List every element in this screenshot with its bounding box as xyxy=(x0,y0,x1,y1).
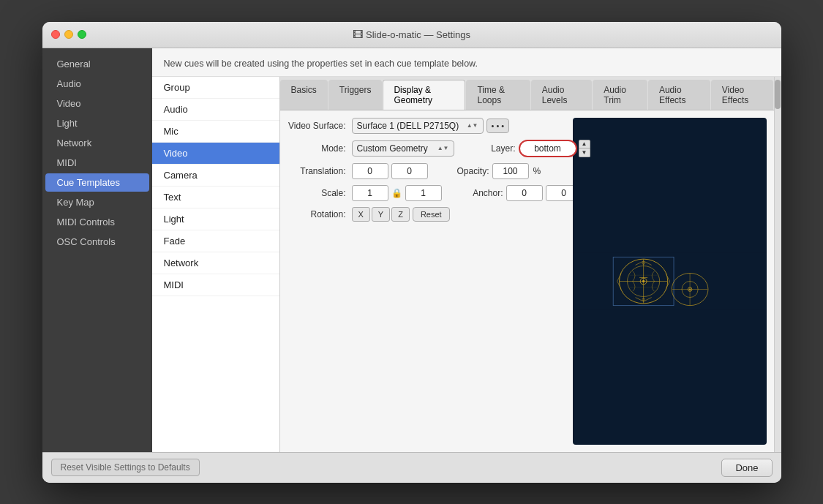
tab-basics[interactable]: Basics xyxy=(280,80,328,110)
mode-select[interactable]: Custom Geometry ▲▼ xyxy=(352,140,454,157)
cue-item-fade[interactable]: Fade xyxy=(152,230,279,252)
cue-list-area: Group Audio Mic Video Camera Text Light … xyxy=(152,77,781,452)
layer-stepper-up[interactable]: ▲ xyxy=(579,140,590,148)
layer-label: Layer: xyxy=(457,143,516,154)
main-content: New cues will be created using the prope… xyxy=(152,48,781,452)
opacity-label: Opacity: xyxy=(431,166,489,176)
window-body: General Audio Video Light Network MIDI C… xyxy=(42,48,781,452)
rotation-x-btn[interactable]: X xyxy=(352,207,370,222)
mode-value: Custom Geometry xyxy=(357,143,428,154)
description-text: New cues will be created using the prope… xyxy=(152,48,781,77)
maximize-button[interactable] xyxy=(78,30,86,39)
video-surface-select[interactable]: Surface 1 (DELL P2715Q) ▲▼ xyxy=(352,118,484,134)
done-btn[interactable]: Done xyxy=(721,459,772,477)
tab-display-geometry[interactable]: Display & Geometry xyxy=(383,80,465,110)
cue-list: Group Audio Mic Video Camera Text Light … xyxy=(152,77,280,452)
cue-item-light[interactable]: Light xyxy=(152,208,279,230)
sidebar-item-audio[interactable]: Audio xyxy=(45,75,149,93)
window-title: 🎞 Slide-o-matic — Settings xyxy=(353,29,470,40)
cue-item-group[interactable]: Group xyxy=(152,77,279,99)
anchor-label: Anchor: xyxy=(445,188,503,198)
settings-window: 🎞 Slide-o-matic — Settings General Audio… xyxy=(42,22,781,483)
rotation-label: Rotation: xyxy=(288,209,346,219)
titlebar: 🎞 Slide-o-matic — Settings xyxy=(42,22,781,48)
traffic-lights xyxy=(51,30,86,39)
sidebar-item-key-map[interactable]: Key Map xyxy=(45,193,149,211)
video-surface-control: Surface 1 (DELL P2715Q) ▲▼ • • • xyxy=(352,118,510,134)
rotation-row: Rotation: X Y Z Reset xyxy=(288,207,565,222)
preview-svg xyxy=(573,118,767,445)
scale-label: Scale: xyxy=(288,188,346,198)
sidebar-item-general[interactable]: General xyxy=(45,55,149,73)
svg-point-7 xyxy=(642,279,644,282)
title-icon: 🎞 xyxy=(353,29,363,40)
scale-row: Scale: 🔒 Anchor: xyxy=(288,185,565,201)
rotation-control: X Y Z Reset xyxy=(352,207,450,222)
sidebar-item-osc-controls[interactable]: OSC Controls xyxy=(45,233,149,251)
sidebar-item-cue-templates[interactable]: Cue Templates xyxy=(45,173,149,192)
tab-video-effects[interactable]: Video Effects xyxy=(711,80,773,110)
lock-icon: 🔒 xyxy=(391,188,402,198)
sidebar-item-midi-controls[interactable]: MIDI Controls xyxy=(45,213,149,231)
cue-item-video[interactable]: Video xyxy=(152,143,279,165)
translation-label: Translation: xyxy=(288,166,346,176)
close-button[interactable] xyxy=(51,30,60,39)
mode-row: Mode: Custom Geometry ▲▼ Layer: xyxy=(288,140,565,157)
opacity-unit: % xyxy=(533,166,541,176)
tab-triggers[interactable]: Triggers xyxy=(328,80,383,110)
cue-item-audio[interactable]: Audio xyxy=(152,99,279,121)
sidebar-item-midi[interactable]: MIDI xyxy=(45,154,149,172)
scale-x-input[interactable] xyxy=(352,185,388,201)
mode-arrows: ▲▼ xyxy=(437,146,449,151)
tab-audio-levels[interactable]: Audio Levels xyxy=(531,80,593,110)
opacity-input[interactable] xyxy=(492,163,529,179)
translation-y-input[interactable] xyxy=(391,163,428,179)
rotation-btn-group: X Y Z xyxy=(352,207,410,222)
sidebar: General Audio Video Light Network MIDI C… xyxy=(42,48,152,452)
layer-input[interactable] xyxy=(519,140,577,157)
bottom-bar: Reset Visible Settings to Defaults Done xyxy=(42,452,781,483)
cue-detail: Basics Triggers Display & Geometry Time … xyxy=(280,77,774,452)
settings-panel: Video Surface: Surface 1 (DELL P2715Q) ▲… xyxy=(288,118,565,445)
scrollbar-thumb xyxy=(775,80,781,109)
sidebar-item-network[interactable]: Network xyxy=(45,134,149,152)
mode-control: Custom Geometry ▲▼ Layer: ▲ ▼ xyxy=(352,140,590,157)
cue-item-network[interactable]: Network xyxy=(152,252,279,274)
tabs-bar: Basics Triggers Display & Geometry Time … xyxy=(280,77,774,110)
mode-label: Mode: xyxy=(288,143,346,154)
layer-stepper: ▲ ▼ xyxy=(579,140,590,157)
anchor-x-input[interactable] xyxy=(506,185,543,201)
cue-item-mic[interactable]: Mic xyxy=(152,121,279,143)
tab-audio-effects[interactable]: Audio Effects xyxy=(648,80,710,110)
tab-content: Video Surface: Surface 1 (DELL P2715Q) ▲… xyxy=(280,110,774,452)
rotation-y-btn[interactable]: Y xyxy=(372,207,390,222)
translation-row: Translation: Opacity: % xyxy=(288,163,565,179)
video-surface-row: Video Surface: Surface 1 (DELL P2715Q) ▲… xyxy=(288,118,565,134)
cue-item-text[interactable]: Text xyxy=(152,187,279,208)
sidebar-item-light[interactable]: Light xyxy=(45,114,149,132)
sidebar-item-video[interactable]: Video xyxy=(45,94,149,113)
scale-control: 🔒 Anchor: xyxy=(352,185,582,201)
tab-audio-trim[interactable]: Audio Trim xyxy=(593,80,647,110)
translation-x-input[interactable] xyxy=(352,163,388,179)
reset-defaults-btn[interactable]: Reset Visible Settings to Defaults xyxy=(51,459,200,476)
svg-rect-10 xyxy=(639,277,647,277)
title-text: Slide-o-matic — Settings xyxy=(366,29,470,40)
translation-control: Opacity: % xyxy=(352,163,541,179)
tab-time-loops[interactable]: Time & Loops xyxy=(466,80,530,110)
video-surface-arrows: ▲▼ xyxy=(467,123,478,129)
video-surface-label: Video Surface: xyxy=(288,121,346,131)
minimize-button[interactable] xyxy=(64,30,73,39)
cue-item-camera[interactable]: Camera xyxy=(152,165,279,187)
layer-stepper-down[interactable]: ▼ xyxy=(579,148,590,157)
rotation-reset-btn[interactable]: Reset xyxy=(413,207,450,222)
layer-input-wrapper: ▲ ▼ xyxy=(519,140,590,157)
video-surface-more-btn[interactable]: • • • xyxy=(486,119,510,133)
cue-list-scrollbar[interactable] xyxy=(774,77,781,452)
preview-area xyxy=(573,118,767,445)
video-surface-value: Surface 1 (DELL P2715Q) xyxy=(357,121,459,131)
cue-item-midi[interactable]: MIDI xyxy=(152,274,279,296)
scale-y-input[interactable] xyxy=(405,185,442,201)
rotation-z-btn[interactable]: Z xyxy=(391,207,410,222)
